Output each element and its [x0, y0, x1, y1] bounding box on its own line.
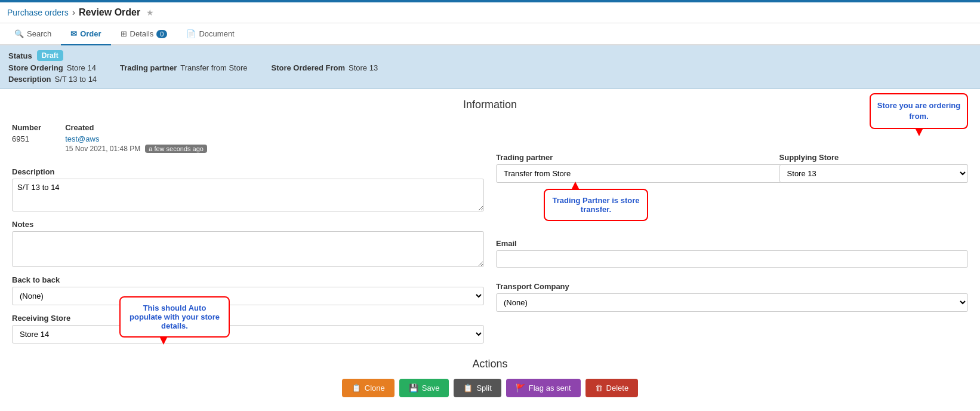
receiving-store-label: Receiving Store	[12, 314, 484, 323]
breadcrumb: Purchase orders › Review Order ★	[0, 2, 980, 23]
trading-partner-status-value: Transfer from Store	[180, 63, 247, 72]
actions-section: Actions 📋 Clone 💾 Save 📋 Split 🚩 Flag as…	[12, 358, 968, 397]
callout-back-text: This should Auto populate with your stor…	[130, 303, 220, 330]
split-label: Split	[476, 384, 491, 392]
info-section-title: Information	[12, 99, 968, 111]
breadcrumb-star[interactable]: ★	[146, 8, 154, 17]
store-ordering-value: Store 14	[67, 63, 96, 72]
search-icon: 🔍	[14, 29, 24, 38]
actions-buttons: 📋 Clone 💾 Save 📋 Split 🚩 Flag as sent 🗑 …	[12, 379, 968, 397]
email-field: Email	[496, 239, 968, 268]
callout-back: This should Auto populate with your stor…	[119, 296, 230, 338]
save-button[interactable]: 💾 Save	[399, 379, 449, 397]
tab-details-label: Details	[130, 29, 154, 38]
delete-button[interactable]: 🗑 Delete	[585, 379, 639, 397]
document-icon: 📄	[186, 29, 196, 38]
callout-trading-text: Trading Partner is store transfer.	[553, 196, 640, 214]
store-ordered-from-label: Store Ordered From	[271, 63, 345, 72]
number-label: Number	[12, 123, 41, 132]
actions-title: Actions	[12, 358, 968, 370]
save-icon: 💾	[409, 384, 418, 392]
supplying-store-label: Supplying Store	[779, 153, 968, 162]
transport-label: Transport Company	[496, 282, 968, 291]
supplying-store-select[interactable]: Store 13	[779, 164, 968, 183]
notes-field: Notes	[12, 220, 484, 267]
supplying-store-field: Supplying Store Store 13	[779, 153, 968, 183]
number-created-row: Number 6951 Created test@aws 15 Nov 2021…	[12, 123, 484, 153]
callout-store-text: Store you are ordering from.	[877, 101, 960, 121]
created-link[interactable]: test@aws	[65, 134, 207, 143]
back-to-back-field: Back to back (None)	[12, 275, 484, 305]
ago-badge: a few seconds ago	[145, 145, 207, 153]
details-icon: ⊞	[121, 29, 127, 38]
back-to-back-label: Back to back	[12, 275, 484, 284]
clone-label: Clone	[365, 384, 385, 392]
description-status-value: S/T 13 to 14	[55, 75, 97, 84]
status-bar: Status Draft Store Ordering Store 14 Tra…	[0, 45, 980, 89]
created-date: 15 Nov 2021, 01:48 PM a few seconds ago	[65, 145, 207, 153]
tab-document-label: Document	[199, 29, 234, 38]
store-ordering-field: Store Ordering Store 14	[8, 63, 96, 72]
flag-label: Flag as sent	[529, 384, 571, 392]
email-input[interactable]	[496, 250, 968, 268]
order-icon: ✉	[70, 29, 77, 38]
right-column: Store you are ordering from. Trading par…	[496, 123, 968, 343]
created-date-text: 15 Nov 2021, 01:48 PM	[65, 145, 140, 153]
back-to-back-select[interactable]: (None)	[12, 287, 484, 305]
email-label: Email	[496, 239, 968, 248]
status-badge: Draft	[37, 50, 63, 61]
receiving-store-select[interactable]: Store 14	[12, 325, 484, 343]
info-grid: Number 6951 Created test@aws 15 Nov 2021…	[12, 123, 968, 343]
details-badge: 0	[156, 30, 167, 38]
number-field: Number 6951	[12, 123, 41, 153]
description-status-label: Description	[8, 75, 51, 84]
split-button[interactable]: 📋 Split	[454, 379, 501, 397]
flag-button[interactable]: 🚩 Flag as sent	[506, 379, 581, 397]
store-ordered-from-field: Store Ordered From Store 13	[271, 63, 378, 72]
receiving-store-field: Receiving Store Store 14	[12, 314, 484, 343]
notes-input[interactable]	[12, 231, 484, 267]
created-value: test@aws 15 Nov 2021, 01:48 PM a few sec…	[65, 134, 207, 153]
description-label: Description	[12, 167, 484, 176]
status-label: Status	[8, 51, 32, 60]
breadcrumb-arrow: ›	[72, 7, 75, 18]
clone-button[interactable]: 📋 Clone	[342, 379, 395, 397]
split-icon: 📋	[463, 384, 473, 392]
tab-search-label: Search	[27, 29, 51, 38]
tab-details[interactable]: ⊞ Details 0	[111, 23, 177, 45]
left-column: Number 6951 Created test@aws 15 Nov 2021…	[12, 123, 484, 343]
save-label: Save	[422, 384, 440, 392]
flag-icon: 🚩	[516, 384, 525, 392]
notes-label: Notes	[12, 220, 484, 229]
breadcrumb-current: Review Order	[79, 7, 140, 18]
store-ordered-from-value: Store 13	[349, 63, 378, 72]
delete-icon: 🗑	[595, 384, 603, 392]
created-field: Created test@aws 15 Nov 2021, 01:48 PM a…	[65, 123, 207, 153]
description-input[interactable]: S/T 13 to 14	[12, 179, 484, 211]
tab-search[interactable]: 🔍 Search	[5, 23, 61, 45]
main-content: Information Number 6951 Created test@aws…	[0, 89, 980, 407]
created-label: Created	[65, 123, 207, 132]
trading-partner-status-label: Trading partner	[120, 63, 177, 72]
transport-select[interactable]: (None)	[496, 293, 968, 312]
breadcrumb-parent[interactable]: Purchase orders	[7, 8, 69, 17]
clone-icon: 📋	[352, 384, 361, 392]
callout-store: Store you are ordering from.	[870, 93, 968, 129]
store-ordering-label: Store Ordering	[8, 63, 63, 72]
tab-order-label: Order	[80, 29, 101, 38]
trading-partner-status-field: Trading partner Transfer from Store	[120, 63, 248, 72]
tab-order[interactable]: ✉ Order	[61, 23, 110, 45]
transport-field: Transport Company (None)	[496, 282, 968, 312]
description-field: Description S/T 13 to 14	[12, 167, 484, 211]
number-value: 6951	[12, 134, 41, 143]
description-status-field: Description S/T 13 to 14	[8, 75, 97, 84]
delete-label: Delete	[606, 384, 629, 392]
tab-nav: 🔍 Search ✉ Order ⊞ Details 0 📄 Document	[0, 23, 980, 45]
callout-trading: Trading Partner is store transfer.	[544, 189, 648, 221]
tab-document[interactable]: 📄 Document	[177, 23, 244, 45]
